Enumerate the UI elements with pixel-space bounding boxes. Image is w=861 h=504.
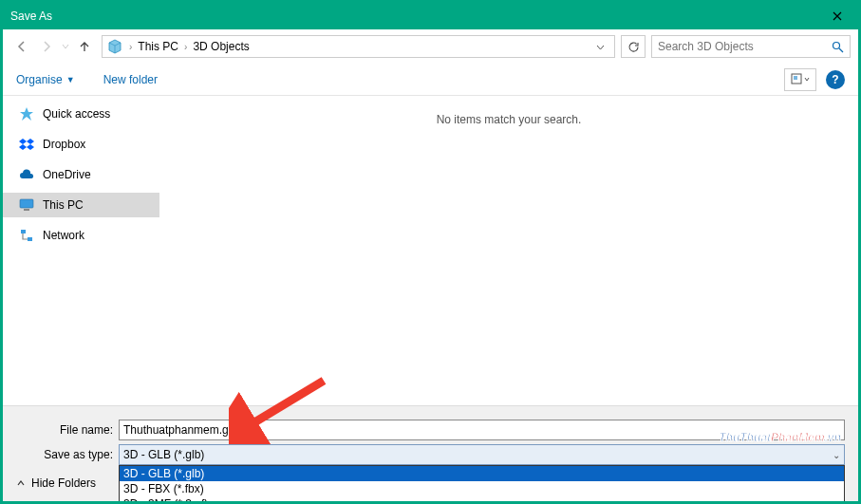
sidebar-item-onedrive[interactable]: OneDrive bbox=[3, 162, 159, 187]
help-button[interactable]: ? bbox=[826, 70, 845, 89]
svg-rect-11 bbox=[21, 230, 26, 233]
arrow-left-icon bbox=[14, 39, 29, 54]
star-icon bbox=[18, 105, 35, 122]
breadcrumb-caret[interactable]: › bbox=[184, 42, 187, 52]
back-button[interactable] bbox=[10, 35, 33, 58]
svg-marker-5 bbox=[19, 139, 27, 144]
close-button[interactable] bbox=[815, 3, 858, 29]
bottom-panel: File name: Save as type: 3D - GLB (*.glb… bbox=[3, 405, 858, 501]
titlebar: Save As bbox=[3, 3, 858, 29]
network-icon bbox=[18, 227, 35, 244]
toolbar: Organise ▼ New folder ? bbox=[3, 64, 858, 96]
main-area: Quick access Dropbox OneDrive This PC Ne… bbox=[3, 96, 858, 394]
savetype-combobox[interactable]: 3D - GLB (*.glb) ⌄ 3D - GLB (*.glb) 3D -… bbox=[119, 444, 845, 465]
sidebar-item-label: Network bbox=[43, 229, 84, 242]
monitor-icon bbox=[18, 196, 35, 214]
svg-marker-6 bbox=[27, 139, 34, 144]
search-icon bbox=[832, 41, 844, 53]
sidebar-item-label: Quick access bbox=[43, 107, 110, 121]
forward-button bbox=[35, 35, 58, 58]
sidebar-item-this-pc[interactable]: This PC bbox=[3, 193, 159, 217]
search-input[interactable] bbox=[658, 40, 828, 53]
savetype-selected: 3D - GLB (*.glb) bbox=[123, 448, 204, 461]
breadcrumb-caret[interactable]: › bbox=[129, 42, 132, 52]
filename-label: File name: bbox=[3, 423, 119, 437]
chevron-down-icon bbox=[62, 43, 69, 50]
savetype-option[interactable]: 3D - GLB (*.glb) bbox=[120, 466, 844, 481]
search-box[interactable] bbox=[651, 35, 851, 58]
chevron-down-icon: ▼ bbox=[66, 75, 75, 84]
object-3d-icon bbox=[106, 38, 123, 55]
sidebar-item-label: OneDrive bbox=[43, 168, 91, 181]
savetype-label: Save as type: bbox=[3, 448, 119, 461]
organise-menu[interactable]: Organise ▼ bbox=[16, 73, 75, 86]
arrow-right-icon bbox=[39, 39, 54, 54]
view-options-button[interactable] bbox=[784, 68, 816, 91]
savetype-option[interactable]: 3D - FBX (*.fbx) bbox=[120, 481, 844, 496]
breadcrumb-folder[interactable]: 3D Objects bbox=[189, 40, 253, 53]
sidebar-item-dropbox[interactable]: Dropbox bbox=[3, 132, 159, 157]
address-dropdown[interactable] bbox=[590, 43, 610, 51]
svg-marker-8 bbox=[27, 144, 34, 150]
refresh-icon bbox=[627, 41, 640, 53]
chevron-up-icon bbox=[16, 478, 26, 488]
content-pane: No items match your search. bbox=[159, 96, 858, 394]
svg-rect-3 bbox=[794, 76, 797, 80]
window-title: Save As bbox=[10, 9, 815, 23]
address-bar[interactable]: › This PC › 3D Objects bbox=[102, 35, 615, 58]
svg-rect-9 bbox=[20, 199, 33, 208]
filename-input[interactable] bbox=[119, 420, 845, 440]
arrow-up-icon bbox=[77, 39, 92, 54]
new-folder-button[interactable]: New folder bbox=[103, 73, 158, 86]
nav-separator bbox=[62, 43, 69, 50]
svg-rect-12 bbox=[28, 237, 32, 241]
close-icon bbox=[833, 11, 842, 21]
up-button[interactable] bbox=[73, 35, 96, 58]
empty-message: No items match your search. bbox=[437, 113, 582, 126]
sidebar-item-network[interactable]: Network bbox=[3, 223, 159, 248]
help-icon: ? bbox=[832, 73, 838, 86]
cloud-icon bbox=[18, 166, 35, 183]
svg-marker-4 bbox=[20, 107, 33, 121]
sidebar-item-label: Dropbox bbox=[43, 138, 85, 151]
refresh-button[interactable] bbox=[621, 35, 646, 58]
sidebar-item-quick-access[interactable]: Quick access bbox=[3, 102, 159, 126]
dropbox-icon bbox=[18, 136, 35, 153]
chevron-down-icon bbox=[596, 43, 605, 51]
hide-folders-label: Hide Folders bbox=[31, 476, 96, 490]
view-icon bbox=[791, 73, 810, 86]
breadcrumb-root[interactable]: This PC bbox=[134, 40, 182, 53]
svg-marker-7 bbox=[19, 144, 27, 150]
organise-label: Organise bbox=[16, 73, 63, 86]
nav-row: › This PC › 3D Objects bbox=[3, 29, 858, 64]
sidebar-item-label: This PC bbox=[43, 198, 84, 212]
svg-rect-10 bbox=[24, 209, 29, 211]
chevron-down-icon: ⌄ bbox=[833, 450, 840, 460]
sidebar: Quick access Dropbox OneDrive This PC Ne… bbox=[3, 96, 159, 394]
svg-point-1 bbox=[833, 42, 840, 48]
savetype-option[interactable]: 3D - 3MF (*.3mf) bbox=[120, 496, 844, 504]
savetype-dropdown: 3D - GLB (*.glb) 3D - FBX (*.fbx) 3D - 3… bbox=[119, 465, 845, 504]
